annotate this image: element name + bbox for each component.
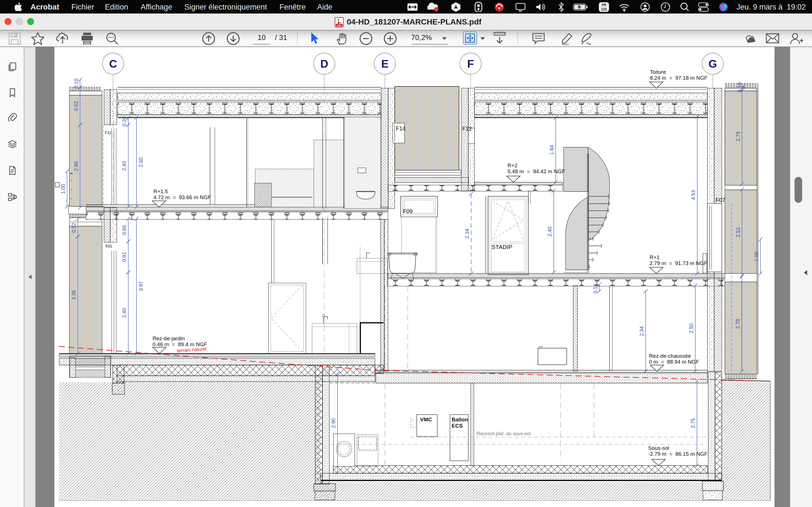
svg-text:F07: F07 [716, 197, 725, 203]
svg-text:3.35: 3.35 [71, 290, 77, 300]
svg-text:Rez-de-chaussée: Rez-de-chaussée [649, 353, 691, 359]
svg-text:0.66: 0.66 [121, 225, 127, 235]
svg-text:2.75: 2.75 [690, 418, 696, 428]
svg-text:C: C [109, 58, 117, 70]
svg-text:FR: FR [602, 3, 606, 7]
svg-text:Toiture: Toiture [650, 69, 666, 75]
svg-text:D: D [320, 58, 328, 70]
svg-text:2.78: 2.78 [735, 319, 741, 329]
svg-text:0.16.: 0.16. [593, 282, 598, 293]
svg-text:2.79: 2.79 [735, 131, 741, 142]
svg-text:G: G [709, 58, 717, 70]
svg-text:E: E [381, 58, 389, 70]
svg-text:0.10: 0.10 [737, 82, 743, 92]
svg-text:R+1.5: R+1.5 [153, 188, 168, 194]
svg-text:4.53: 4.53 [691, 190, 696, 200]
svg-text:0.10: 0.10 [73, 78, 79, 89]
svg-text:123: 123 [601, 7, 607, 11]
svg-text:2.90: 2.90 [73, 161, 79, 171]
svg-text:0.46 m = 89.4 m NGF: 0.46 m = 89.4 m NGF [153, 341, 207, 347]
svg-text:0.52: 0.52 [71, 223, 77, 233]
svg-text:F11: F11 [105, 130, 111, 135]
svg-text:1.00: 1.00 [60, 184, 66, 194]
svg-text:F09: F09 [403, 208, 412, 214]
svg-text:0.91: 0.91 [121, 252, 127, 262]
svg-text:R+1: R+1 [650, 255, 659, 260]
svg-text:2.60: 2.60 [138, 157, 144, 167]
svg-text:2.40: 2.40 [121, 308, 127, 318]
svg-text:2.40: 2.40 [121, 161, 127, 171]
svg-text:1.84: 1.84 [549, 145, 555, 155]
svg-text:PDF: PDF [337, 24, 342, 26]
svg-text:2.50: 2.50 [689, 323, 694, 333]
svg-text:F01: F01 [105, 244, 112, 248]
svg-text:3.97: 3.97 [138, 281, 144, 291]
svg-text:F14: F14 [396, 125, 405, 131]
svg-text:0.20: 0.20 [121, 116, 127, 126]
svg-text:1.00: 1.00 [754, 251, 759, 262]
svg-text:F12: F12 [462, 126, 472, 132]
svg-text:4.72 m = 93.66 m NGF: 4.72 m = 93.66 m NGF [153, 194, 211, 200]
svg-text:2.34: 2.34 [464, 229, 470, 238]
svg-text:0 m = 88.94 m NGF: 0 m = 88.94 m NGF [649, 359, 699, 365]
svg-text:2.53: 2.53 [735, 227, 741, 237]
svg-text:VMC: VMC [420, 416, 432, 422]
svg-text:R+2: R+2 [507, 163, 517, 168]
svg-text:-2.79 m = 86.15 m NGF: -2.79 m = 86.15 m NGF [648, 451, 708, 457]
svg-text:Raccord plaf. du sous-sol: Raccord plaf. du sous-sol [476, 431, 530, 436]
svg-text:Sous-sol: Sous-sol [648, 445, 669, 451]
svg-text:STADIP: STADIP [492, 244, 512, 250]
svg-text:Rez-de-jardin: Rez-de-jardin [153, 335, 185, 341]
svg-text:0.52: 0.52 [73, 101, 79, 111]
svg-text:F: F [467, 58, 474, 70]
svg-text:2.40: 2.40 [547, 226, 553, 236]
svg-text:2.79 m = 91.73 m NGF: 2.79 m = 91.73 m NGF [650, 260, 707, 266]
svg-text:ECS: ECS [452, 423, 463, 429]
svg-text:2.34: 2.34 [639, 326, 645, 336]
svg-text:5.48 m = 94.42 m NGF: 5.48 m = 94.42 m NGF [507, 168, 565, 174]
svg-text:8.24 m = 97.18 m NGF: 8.24 m = 97.18 m NGF [650, 75, 707, 81]
svg-text:2.90: 2.90 [331, 418, 336, 428]
svg-text:Ballon: Ballon [452, 416, 468, 422]
